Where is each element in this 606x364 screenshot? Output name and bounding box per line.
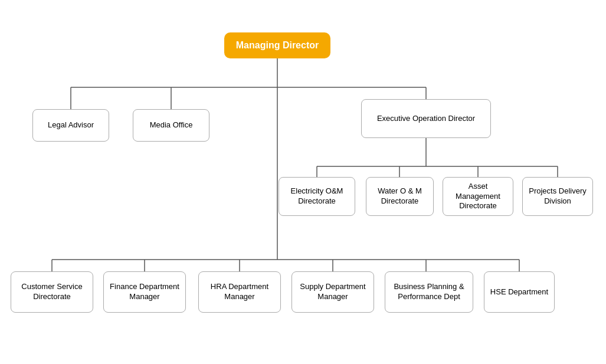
finance-dept-node: Finance Department Manager [103,271,186,313]
exec-op-director-label: Executive Operation Director [377,114,475,124]
biz-planning-label: Business Planning & Performance Dept [390,282,468,302]
supply-dept-label: Supply Department Manager [297,282,369,302]
electricity-om-label: Electricity O&M Directorate [284,186,350,206]
managing-director-node: Managing Director [224,32,330,58]
media-office-label: Media Office [150,120,193,130]
finance-dept-label: Finance Department Manager [109,282,181,302]
projects-delivery-node: Projects Delivery Division [522,177,593,216]
customer-service-node: Customer Service Directorate [11,271,93,313]
biz-planning-node: Business Planning & Performance Dept [385,271,473,313]
hse-dept-node: HSE Department [484,271,555,313]
org-chart: Managing Director Legal Advisor Media Of… [0,0,606,364]
exec-op-director-node: Executive Operation Director [361,99,491,138]
asset-mgmt-label: Asset Management Directorate [448,182,508,212]
media-office-node: Media Office [133,109,209,142]
legal-advisor-node: Legal Advisor [32,109,109,142]
hse-dept-label: HSE Department [490,287,548,297]
managing-director-label: Managing Director [236,40,319,52]
water-om-node: Water O & M Directorate [366,177,434,216]
projects-delivery-label: Projects Delivery Division [528,186,588,206]
hra-dept-node: HRA Department Manager [198,271,281,313]
water-om-label: Water O & M Directorate [371,186,428,206]
asset-mgmt-node: Asset Management Directorate [443,177,513,216]
electricity-om-node: Electricity O&M Directorate [279,177,355,216]
supply-dept-node: Supply Department Manager [291,271,374,313]
customer-service-label: Customer Service Directorate [16,282,88,302]
hra-dept-label: HRA Department Manager [204,282,276,302]
legal-advisor-label: Legal Advisor [48,120,94,130]
